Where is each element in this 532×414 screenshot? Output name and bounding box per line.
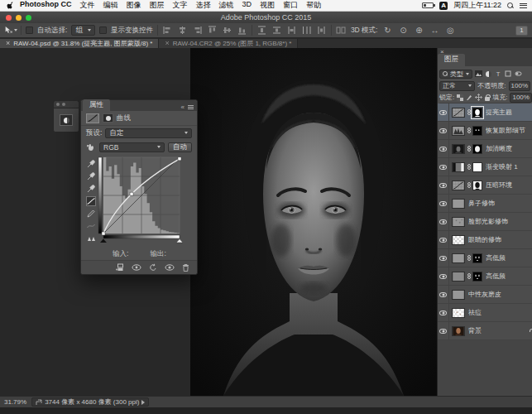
clip-to-layer-icon[interactable] (114, 262, 125, 272)
layer-name[interactable]: 提亮主题 (486, 108, 532, 117)
layer-thumbnail[interactable] (452, 144, 465, 154)
channel-dropdown[interactable]: RGB (99, 142, 165, 152)
layer-mask-thumbnail[interactable] (472, 181, 482, 190)
view-previous-state-icon[interactable] (131, 262, 141, 272)
auto-select-checkbox[interactable] (26, 26, 33, 34)
layer-name[interactable]: 高低频 (486, 272, 532, 281)
adjustments-panel-icon[interactable] (60, 114, 73, 126)
canvas[interactable] (190, 48, 437, 396)
layer-name[interactable]: 高低频 (486, 253, 532, 262)
layer-visibility-toggle[interactable] (438, 140, 449, 157)
battery-icon[interactable] (422, 2, 434, 8)
layer-name[interactable]: 眼睛的修饰 (468, 235, 532, 244)
layer-thumbnail[interactable] (452, 108, 465, 118)
notification-center-icon[interactable] (520, 2, 527, 9)
document-info-box[interactable]: 3744 像素 x 4680 像素 (300 ppi) (31, 397, 149, 407)
preset-dropdown[interactable]: 自定 (105, 128, 192, 138)
menu-item-4[interactable]: 图层 (146, 0, 169, 11)
layer-visibility-toggle[interactable] (438, 286, 449, 303)
status-options-arrow-icon[interactable] (141, 400, 145, 405)
layer-visibility-toggle[interactable] (438, 231, 449, 248)
layer-mask-thumbnail[interactable] (472, 126, 482, 136)
filter-shape-layers-icon[interactable] (504, 70, 512, 78)
menu-item-11[interactable]: 帮助 (302, 0, 325, 11)
layer-visibility-toggle[interactable] (438, 122, 449, 139)
layer-name[interactable]: 渐变映射 1 (486, 162, 532, 171)
distribute-tops-icon[interactable] (256, 25, 267, 36)
distribute-bottoms-icon[interactable] (286, 25, 297, 36)
distribute-vertical-centers-icon[interactable] (271, 25, 282, 36)
layer-name[interactable]: 鼻子修饰 (468, 199, 532, 208)
layer-thumbnail[interactable] (452, 235, 465, 245)
layer-thumbnail[interactable] (452, 253, 465, 263)
threed-rotate-icon[interactable]: ↻ (381, 26, 393, 35)
smooth-curve-icon[interactable] (86, 221, 96, 231)
layer-thumbnail[interactable] (452, 290, 465, 300)
align-horizontal-centers-icon[interactable] (177, 25, 188, 36)
layer-thumbnail[interactable] (452, 272, 465, 282)
menu-item-10[interactable]: 窗口 (279, 0, 302, 11)
delete-adjustment-trash-icon[interactable] (180, 262, 191, 272)
layer-row-5[interactable]: 鼻子修饰 (438, 195, 532, 213)
layer-mask-thumbnail[interactable] (472, 162, 482, 172)
auto-button[interactable]: 自动 (168, 142, 192, 152)
layer-row-10[interactable]: 中性灰磨皮 (438, 286, 532, 304)
menu-item-9[interactable]: 视图 (256, 0, 279, 11)
clipping-warning-icon[interactable] (86, 233, 96, 243)
toggle-visibility-eye-icon[interactable] (164, 262, 175, 272)
layer-visibility-toggle[interactable] (438, 304, 449, 321)
layer-name[interactable]: 压暗环境 (486, 181, 532, 190)
layer-visibility-toggle[interactable] (438, 195, 449, 212)
workspace-button[interactable]: 1 (515, 26, 528, 36)
layer-row-9[interactable]: 高低频 (438, 267, 532, 286)
layer-thumbnail[interactable] (452, 308, 465, 318)
minidock-title-bar[interactable] (53, 100, 79, 108)
layer-name[interactable]: 祛痘 (468, 308, 532, 317)
layer-name[interactable]: 脸部光影修饰 (468, 217, 532, 226)
blend-mode-dropdown[interactable]: 正常 (439, 81, 475, 91)
properties-title-bar[interactable]: 属性 « (81, 100, 197, 111)
layers-panel-tab[interactable]: 图层 (438, 54, 465, 66)
show-transform-checkbox[interactable] (99, 26, 107, 34)
layer-thumbnail[interactable] (452, 181, 465, 190)
layer-row-4[interactable]: 压暗环境 (438, 176, 532, 195)
layer-filter-dropdown[interactable]: 类型 (439, 70, 472, 79)
layer-name[interactable]: 加清晰度 (486, 144, 532, 153)
targeted-adjustment-icon[interactable] (86, 142, 96, 152)
lock-all-icon[interactable] (485, 94, 490, 101)
filter-pixel-layers-icon[interactable] (474, 70, 482, 78)
layer-row-3[interactable]: 渐变映射 1 (438, 158, 532, 176)
zoom-percent-field[interactable]: 31.79% (4, 398, 26, 406)
layer-visibility-toggle[interactable] (438, 104, 449, 121)
layer-row-1[interactable]: 恢复眼部细节 (438, 122, 532, 140)
layer-row-7[interactable]: 眼睛的修饰 (438, 231, 532, 249)
filter-adjustment-layers-icon[interactable] (484, 70, 492, 78)
layer-visibility-toggle[interactable] (438, 267, 449, 285)
properties-tab[interactable]: 属性 (83, 99, 110, 111)
layer-mask-thumbnail[interactable] (472, 272, 482, 282)
input-source-icon[interactable]: A (439, 2, 448, 10)
collapse-panel-icon[interactable]: « (181, 104, 185, 111)
filter-toggle-icon[interactable] (514, 70, 522, 78)
layer-visibility-toggle[interactable] (438, 249, 449, 267)
layer-visibility-toggle[interactable] (438, 213, 449, 230)
layer-visibility-toggle[interactable] (438, 322, 449, 339)
lock-pixels-icon[interactable] (466, 94, 472, 101)
layer-thumbnail[interactable] (452, 126, 465, 136)
layer-name[interactable]: 中性灰磨皮 (468, 290, 532, 299)
close-tab-icon[interactable]: × (6, 40, 10, 47)
white-point-eyedropper-icon[interactable] (86, 184, 96, 194)
layer-visibility-toggle[interactable] (438, 158, 449, 176)
document-tab-active[interactable]: × RAW-04.psd @ 31.8% (提亮主题, 图层蒙版/8) * (0, 39, 159, 48)
layer-row-2[interactable]: 加清晰度 (438, 140, 532, 158)
curves-graph[interactable] (98, 156, 187, 248)
layer-mask-thumbnail[interactable] (472, 253, 482, 263)
align-left-edges-icon[interactable] (162, 25, 173, 36)
layer-visibility-toggle[interactable] (438, 176, 449, 194)
panel-menu-icon[interactable] (188, 105, 194, 109)
align-top-edges-icon[interactable] (207, 25, 218, 36)
menu-item-6[interactable]: 选择 (192, 0, 215, 11)
gray-point-eyedropper-icon[interactable] (86, 171, 96, 181)
document-tab-inactive[interactable]: × RAW-04.CR2 @ 25% (图层 1, RGB/8*) * (159, 39, 298, 48)
menu-item-2[interactable]: 编辑 (99, 0, 122, 11)
